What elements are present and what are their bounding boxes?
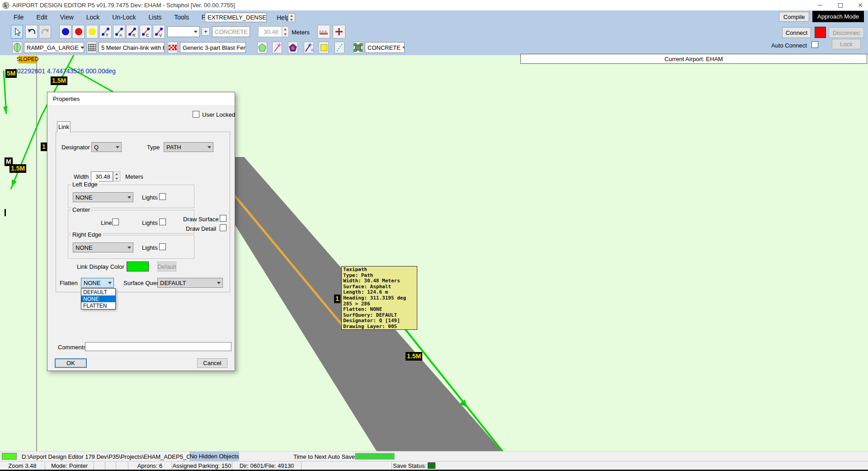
green-arrowhead-icon [12, 180, 17, 187]
right-edge-lights-checkbox[interactable] [159, 243, 166, 250]
menu-lock[interactable]: Lock [80, 12, 106, 23]
designator-label: Designator [61, 144, 90, 151]
poly-surface-value: CONCRETE [368, 44, 401, 51]
center-lights-checkbox[interactable] [159, 219, 166, 225]
pointer-tool-button[interactable] [11, 25, 23, 38]
redo-button[interactable] [39, 25, 51, 38]
ramp-tool-button[interactable] [12, 42, 22, 53]
menu-view[interactable]: View [54, 12, 80, 23]
density-spinner[interactable] [288, 13, 295, 22]
approach-mode-button[interactable]: Approach Mode [812, 11, 864, 22]
status-bar-bottom: Zoom 3.48 Mode: Pointer Aprons: 6 Assign… [0, 461, 868, 470]
dashed-line-tool-button[interactable] [335, 42, 344, 53]
no-hidden-label: No Hidden Objects [189, 453, 239, 460]
dialog-title-bar[interactable]: Properties [47, 92, 235, 105]
left-edge-lights-checkbox[interactable] [159, 193, 166, 200]
plus-label: + [204, 28, 208, 35]
measure-tool-button[interactable] [317, 25, 330, 38]
left-edge-lights-label: Lights [142, 194, 158, 201]
ok-button[interactable]: OK [55, 358, 87, 368]
cursor-tick [5, 209, 6, 216]
cursor-coordinates: 302292601 4.744743526 000.00deg [14, 67, 116, 75]
right-edge-combo[interactable]: NONE [73, 243, 133, 252]
autosave-label: Time to Next Auto Save: [293, 453, 357, 460]
flatten-option-none[interactable]: NONE [81, 295, 115, 302]
menu-unlock[interactable]: Un-Lock [106, 12, 142, 23]
blast-fence-type-combo[interactable]: Generic 3-part Blast Fence [180, 42, 246, 53]
draw-surface-checkbox[interactable] [220, 215, 226, 222]
link-surface-combo[interactable]: CONCRETE [212, 26, 250, 37]
parking-label: Assigned Parking: 150 [172, 462, 231, 469]
link-width-field[interactable]: 30.48 [258, 26, 289, 37]
flatten-option-default[interactable]: DEFAULT [81, 289, 115, 295]
width-field[interactable]: 30.48 [91, 171, 113, 181]
apron-link-icon: A [114, 26, 124, 38]
cancel-button[interactable]: Cancel [197, 358, 227, 368]
draw-detail-checkbox[interactable] [220, 224, 226, 231]
fence-type-combo[interactable]: 5 Meter Chain-link with be [99, 42, 165, 53]
designator-value: Q [94, 144, 99, 151]
width-spinner[interactable] [282, 27, 288, 37]
default-color-button[interactable]: Default [157, 262, 176, 271]
ramp-type-combo[interactable]: RAMP_GA_LARGE [24, 42, 84, 53]
taxiway-link-tool-button[interactable]: T [99, 25, 112, 38]
center-line-checkbox[interactable] [112, 219, 119, 225]
comments-input[interactable] [85, 342, 231, 351]
fence-value: 5 Meter Chain-link with be [101, 44, 165, 51]
type-value: PATH [166, 144, 181, 151]
chevron-down-icon [401, 43, 405, 52]
paint-tool-button[interactable] [319, 42, 329, 53]
flatten-combo[interactable]: NONE [81, 278, 114, 288]
menu-file[interactable]: File [7, 12, 30, 23]
spinner-arrows-icon [288, 14, 295, 22]
width-spinner[interactable] [113, 171, 120, 181]
left-edge-combo[interactable]: NONE [73, 192, 133, 202]
user-locked-checkbox[interactable] [193, 111, 199, 118]
center-group: Center [68, 210, 194, 233]
tooltip-line: Taxipath [343, 267, 415, 273]
maximize-button[interactable] [833, 0, 848, 10]
sloped-indicator[interactable]: SLOPED [18, 55, 37, 63]
green-arrowhead-icon [3, 106, 8, 113]
flatten-option-flatten[interactable]: FLATTEN [81, 302, 115, 309]
close-button[interactable]: × [853, 0, 868, 10]
pole-tool-button[interactable]: G [304, 42, 314, 53]
vasi-tool-button[interactable] [272, 42, 282, 53]
red-node-tool-button[interactable] [72, 25, 85, 38]
apron-link-tool-button[interactable]: A [113, 25, 125, 38]
type-combo[interactable]: PATH [164, 142, 213, 152]
compile-button[interactable]: Compile [779, 12, 809, 22]
link-designator-combo[interactable] [167, 26, 200, 37]
status-bar-top: D:\Airport Design Editor 179 Dev\P35\Pro… [0, 451, 868, 461]
maximize-icon [838, 3, 843, 8]
polygon-select-tool-button[interactable] [353, 42, 363, 53]
crosshair-tool-button[interactable] [333, 25, 345, 38]
pentagon-tool-button[interactable] [257, 42, 267, 53]
menu-edit[interactable]: Edit [30, 12, 54, 23]
link-display-color-label: Link Display Color [77, 263, 124, 270]
minimize-button[interactable] [812, 0, 827, 10]
runway-link-tool-button[interactable]: R [126, 25, 138, 38]
surface-query-combo[interactable]: DEFAULT [157, 278, 223, 288]
closed-link-tool-button[interactable]: C [140, 25, 152, 38]
vehicle-link-tool-button[interactable]: V [153, 25, 165, 38]
link-color-swatch[interactable] [127, 262, 149, 271]
app-icon [2, 2, 9, 9]
svg-text:G: G [311, 48, 313, 52]
tab-link[interactable]: Link [57, 121, 71, 132]
blast-fence-tool-button[interactable] [168, 42, 178, 53]
blue-node-tool-button[interactable] [59, 25, 71, 38]
undo-button[interactable] [25, 25, 38, 38]
designator-combo[interactable]: Q [91, 142, 122, 152]
dialog-title: Properties [53, 95, 80, 102]
fence-tool-button[interactable] [87, 42, 97, 53]
density-combo[interactable]: EXTREMELY_DENSE [205, 13, 267, 22]
yellow-node-tool-button[interactable] [86, 25, 98, 38]
menu-lists[interactable]: Lists [142, 12, 168, 23]
chevron-down-icon [125, 243, 133, 252]
menu-bar: File Edit View Lock Un-Lock Lists Tools … [0, 10, 868, 24]
taxi-sign-tool-button[interactable]: G [288, 42, 298, 53]
menu-tools[interactable]: Tools [168, 12, 195, 23]
polygon-surface-combo[interactable]: CONCRETE [365, 42, 405, 53]
add-designator-button[interactable]: + [202, 27, 210, 36]
